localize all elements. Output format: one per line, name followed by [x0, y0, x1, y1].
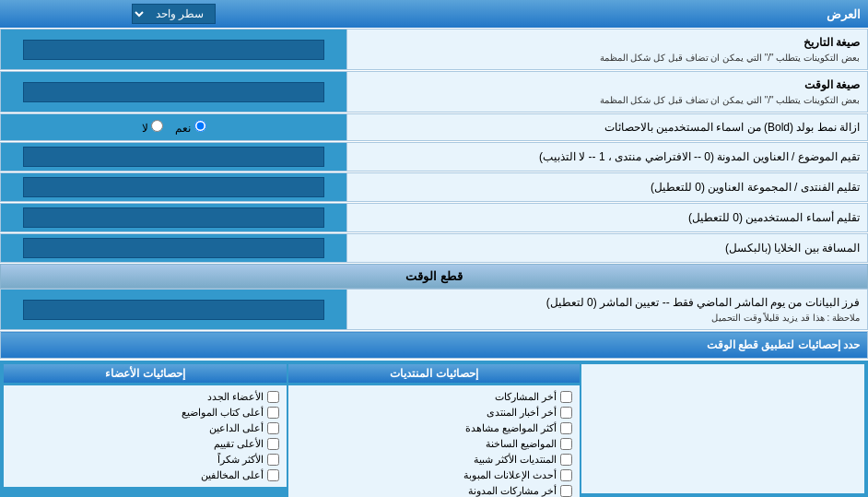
topic-title-label: تقيم الموضوع / العناوين المدونة (0 -- ال…: [355, 148, 860, 165]
apply-label: حدد إحصائيات لتطبيق قطع الوقت: [707, 338, 860, 351]
cell-spacing-label: المسافة بين الخلايا (بالبكسل): [355, 240, 860, 256]
display-select[interactable]: سطر واحد: [132, 4, 216, 24]
usernames-input[interactable]: 0: [23, 207, 324, 228]
list-item: الأعضاء الجدد: [7, 389, 283, 405]
cell-spacing-input[interactable]: 2: [23, 238, 324, 258]
col2-header: إحصائيات الأعضاء: [4, 364, 287, 383]
forum-group-label: تقليم الفنتدى / المجموعة العناوين (0 للت…: [355, 179, 860, 195]
list-item: أحدث الإعلانات المبوبة: [292, 467, 576, 483]
checkbox-col2-4[interactable]: [267, 454, 279, 466]
list-item: المواضيع الساخنة: [292, 436, 576, 452]
bold-yes-label: نعم: [172, 122, 206, 135]
list-item: الأكثر شكراً: [7, 452, 283, 467]
col1-header: إحصائيات المنتديات: [288, 364, 580, 383]
checkbox-col1-5[interactable]: [560, 469, 572, 481]
list-item: أخر المشاركات: [292, 389, 576, 405]
realtime-section-header: قطع الوقت: [0, 264, 868, 289]
list-item: المنتديات الأكثر شبية: [292, 452, 576, 467]
checkbox-col2-0[interactable]: [267, 391, 279, 403]
time-format-label: صيغة الوقت: [355, 77, 860, 93]
page-title: العرض: [347, 0, 868, 28]
list-item: الأعلى تقييم: [7, 436, 283, 452]
date-format-sublabel: بعض التكوينات يتطلب "/" التي يمكن ان تضا…: [355, 51, 860, 65]
list-item: أعلى كتاب المواضيع: [7, 405, 283, 420]
checkbox-col1-1[interactable]: [560, 407, 572, 419]
bold-remove-label: ازالة نمط بولد (Bold) من اسماء المستخدمي…: [355, 119, 860, 136]
time-format-input[interactable]: H:i: [23, 82, 324, 102]
date-format-label: صيغة التاريخ: [355, 34, 860, 51]
forum-group-input[interactable]: 33: [23, 177, 324, 197]
time-format-sublabel: بعض التكوينات يتطلب "/" التي يمكن ان تضا…: [355, 93, 860, 107]
checkbox-col2-3[interactable]: [267, 438, 279, 450]
bold-no-radio[interactable]: [151, 120, 163, 132]
filter-note: ملاحظة : هذا قد يزيد قليلاً وقت التحميل: [355, 311, 860, 325]
checkbox-col1-6[interactable]: [560, 485, 572, 497]
list-item: أعلى المخالفين: [7, 467, 283, 483]
list-item: أكثر المواضيع مشاهدة: [292, 420, 576, 436]
list-item: أخر مشاركات المدونة: [292, 483, 576, 497]
checkbox-col1-4[interactable]: [560, 454, 572, 466]
bold-no-label: لا: [142, 122, 163, 135]
checkbox-col1-0[interactable]: [560, 391, 572, 403]
checkbox-col2-5[interactable]: [267, 469, 279, 481]
filter-label: فرز البيانات من يوم الماشر الماضي فقط --…: [355, 294, 860, 311]
checkbox-col1-3[interactable]: [560, 438, 572, 450]
list-item: أعلى الداعين: [7, 420, 283, 436]
checkbox-col1-2[interactable]: [560, 422, 572, 434]
usernames-label: تقليم أسماء المستخدمين (0 للتعطيل): [355, 209, 860, 226]
list-item: أخر أخبار المنتدى: [292, 405, 576, 420]
date-format-input[interactable]: d-m: [23, 40, 324, 60]
checkbox-col2-2[interactable]: [267, 422, 279, 434]
filter-value-input[interactable]: 0: [23, 300, 324, 320]
topic-title-input[interactable]: 33: [23, 147, 324, 167]
checkbox-col2-1[interactable]: [267, 407, 279, 419]
bold-yes-radio[interactable]: [194, 120, 206, 132]
